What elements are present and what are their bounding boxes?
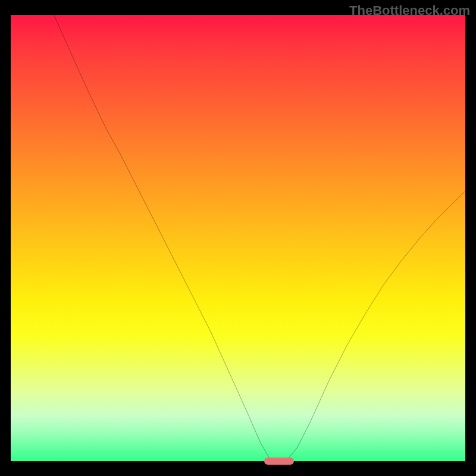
chart-curve [11, 15, 465, 461]
chart-plot-area [11, 15, 465, 461]
watermark-text: TheBottleneck.com [349, 3, 470, 18]
optimal-marker [264, 458, 294, 465]
